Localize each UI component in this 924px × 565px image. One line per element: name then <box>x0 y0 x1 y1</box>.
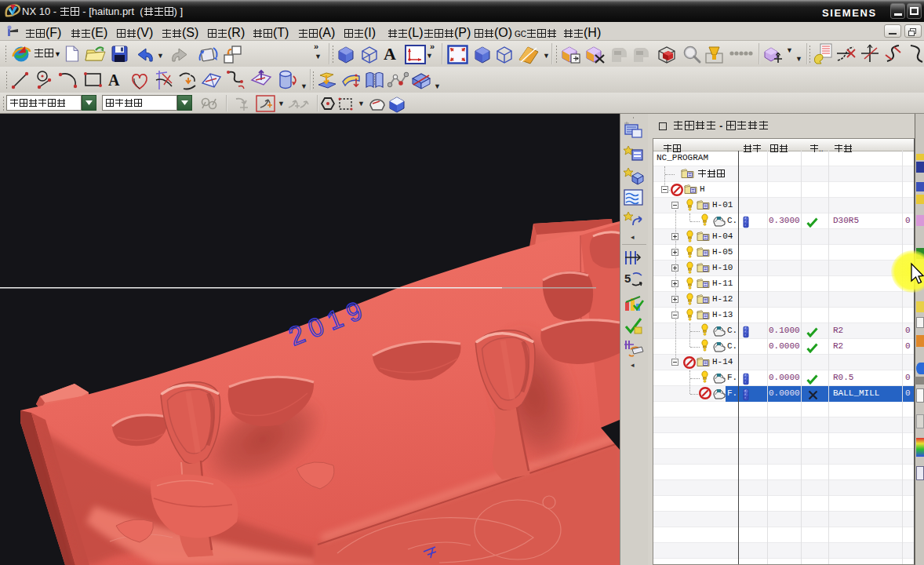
svg-text:5: 5 <box>624 272 631 285</box>
